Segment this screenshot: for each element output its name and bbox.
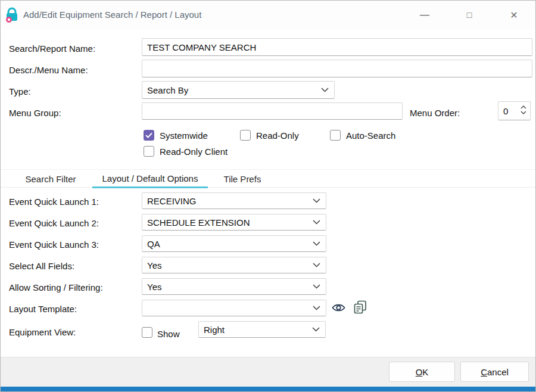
tab-layout-default-options[interactable]: Layout / Default Options (92, 170, 208, 188)
type-dropdown[interactable]: Search By (142, 81, 335, 99)
allow-sorting-filtering-label: Allow Sorting / Filtering: (9, 282, 103, 293)
stepper-arrows[interactable] (521, 105, 526, 114)
ok-rest: K (422, 367, 428, 377)
menu-order-stepper[interactable]: 0 (498, 101, 531, 120)
layout-template-dropdown[interactable] (142, 300, 326, 316)
chevron-down-icon (313, 284, 320, 289)
menu-order-value: 0 (503, 106, 508, 116)
select-all-fields-value: Yes (147, 260, 161, 270)
titlebar[interactable]: Add/Edit Equipment Search / Report / Lay… (1, 1, 535, 29)
minimize-button[interactable]: — (412, 1, 438, 29)
descr-menu-name-input[interactable] (142, 60, 532, 77)
chevron-down-icon (313, 220, 320, 225)
footer-bar (1, 357, 535, 387)
event-quick-launch-2-value: SCHEDULE EXTENSION (147, 217, 250, 228)
systemwide-checkbox[interactable] (144, 130, 154, 141)
event-quick-launch-1-dropdown[interactable]: RECEIVING (142, 192, 326, 209)
equipment-view-label: Equipment View: (9, 327, 76, 337)
minimize-icon: — (420, 10, 429, 20)
tab-tile-prefs[interactable]: Tile Prefs (215, 170, 270, 188)
read-only-client-label[interactable]: Read-Only Client (160, 147, 228, 157)
window-title: Add/Edit Equipment Search / Report / Lay… (23, 1, 201, 29)
event-quick-launch-1-value: RECEIVING (147, 196, 197, 206)
dialog-add-edit-equipment-search: Add/Edit Equipment Search / Report / Lay… (0, 0, 536, 392)
bottom-accent-strip (1, 387, 535, 392)
type-value: Search By (147, 85, 188, 95)
layout-template-label: Layout Template: (9, 304, 77, 314)
search-report-name-input[interactable] (142, 38, 532, 56)
read-only-checkbox[interactable] (240, 130, 251, 141)
chevron-down-icon (313, 198, 320, 203)
systemwide-label[interactable]: Systemwide (160, 130, 208, 141)
select-all-fields-label: Select All Fields: (9, 261, 74, 271)
event-quick-launch-2-label: Event Quick Launch 2: (9, 218, 99, 228)
equipment-view-show-label[interactable]: Show (157, 329, 180, 339)
allow-sorting-filtering-dropdown[interactable]: Yes (142, 278, 326, 295)
select-all-fields-dropdown[interactable]: Yes (142, 257, 326, 273)
equipment-view-show-checkbox[interactable] (142, 327, 152, 338)
chevron-down-icon (312, 327, 320, 332)
tab-label: Search Filter (25, 174, 76, 184)
type-label: Type: (9, 86, 31, 97)
chevron-up-icon[interactable] (521, 105, 526, 109)
menu-group-label: Menu Group: (9, 108, 61, 118)
event-quick-launch-3-dropdown[interactable]: QA (142, 235, 326, 252)
cancel-rest: ancel (487, 367, 509, 377)
preview-eye-icon[interactable] (332, 303, 345, 313)
chevron-down-icon (313, 241, 320, 246)
ok-accel: O (416, 367, 423, 377)
equipment-view-value: Right (204, 325, 225, 335)
auto-search-checkbox[interactable] (330, 130, 341, 141)
maximize-icon: □ (467, 10, 472, 20)
tab-label: Tile Prefs (224, 174, 261, 184)
auto-search-label[interactable]: Auto-Search (346, 130, 395, 141)
chevron-down-icon (321, 88, 329, 92)
event-quick-launch-1-label: Event Quick Launch 1: (9, 197, 99, 207)
menu-group-input[interactable] (142, 102, 403, 120)
equipment-view-dropdown[interactable]: Right (198, 321, 326, 338)
event-quick-launch-3-label: Event Quick Launch 3: (9, 239, 99, 250)
tab-label: Layout / Default Options (102, 173, 198, 183)
allow-sorting-filtering-value: Yes (147, 282, 161, 292)
read-only-client-checkbox[interactable] (144, 146, 154, 157)
cancel-accel: C (481, 367, 487, 377)
menu-order-label: Menu Order: (410, 108, 460, 118)
chevron-down-icon[interactable] (521, 111, 526, 114)
event-quick-launch-3-value: QA (147, 239, 160, 249)
copy-layout-icon[interactable] (354, 300, 367, 315)
event-quick-launch-2-dropdown[interactable]: SCHEDULE EXTENSION (142, 214, 326, 231)
tab-bar: Search Filter Layout / Default Options T… (1, 169, 535, 188)
chevron-down-icon (313, 306, 320, 310)
app-icon (4, 7, 20, 23)
close-icon: ✕ (510, 10, 518, 21)
check-icon (145, 132, 152, 138)
maximize-button[interactable]: □ (456, 1, 482, 29)
read-only-label[interactable]: Read-Only (256, 130, 299, 141)
tab-search-filter[interactable]: Search Filter (9, 170, 92, 188)
chevron-down-icon (313, 263, 320, 267)
search-report-name-label: Search/Report Name: (9, 43, 95, 54)
cancel-button[interactable]: Cancel (460, 362, 529, 382)
descr-menu-name-label: Descr./Menu Name: (9, 65, 88, 75)
close-button[interactable]: ✕ (501, 1, 527, 29)
ok-button[interactable]: OK (389, 362, 455, 382)
